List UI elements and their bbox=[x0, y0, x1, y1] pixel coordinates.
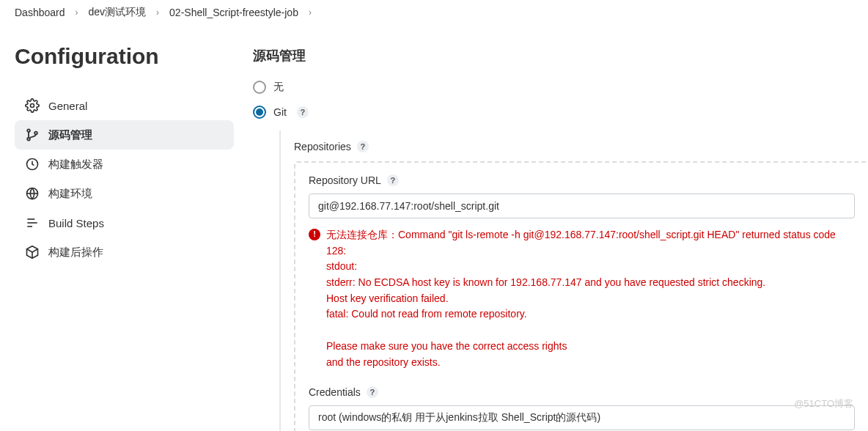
sidebar-item-build-steps[interactable]: Build Steps bbox=[15, 208, 234, 237]
radio-label: 无 bbox=[273, 81, 284, 94]
help-icon[interactable]: ? bbox=[387, 174, 399, 186]
svg-point-1 bbox=[27, 129, 30, 132]
sidebar-item-post-build[interactable]: 构建后操作 bbox=[15, 237, 234, 267]
error-message: ! 无法连接仓库：Command "git ls-remote -h git@1… bbox=[309, 227, 855, 370]
breadcrumb-item[interactable]: Dashboard bbox=[15, 7, 65, 18]
help-icon[interactable]: ? bbox=[367, 386, 378, 398]
chevron-right-icon: › bbox=[76, 7, 78, 18]
credentials-select[interactable] bbox=[309, 405, 855, 430]
sidebar-item-scm[interactable]: 源码管理 bbox=[15, 120, 234, 150]
radio-icon bbox=[253, 106, 266, 119]
page-title: Configuration bbox=[15, 44, 234, 69]
sidebar-item-label: 构建环境 bbox=[48, 187, 92, 201]
sidebar-item-env[interactable]: 构建环境 bbox=[15, 179, 234, 208]
sidebar-item-triggers[interactable]: 构建触发器 bbox=[15, 150, 234, 179]
breadcrumb-item[interactable]: 02-Shell_Script-freestyle-job bbox=[169, 7, 298, 18]
sidebar-item-label: General bbox=[48, 100, 87, 112]
radio-label: Git bbox=[273, 106, 287, 118]
repo-url-label: Repository URL ? bbox=[309, 174, 855, 186]
section-title: 源码管理 bbox=[253, 47, 868, 65]
package-icon bbox=[25, 245, 40, 259]
watermark: @51CTO博客 bbox=[794, 397, 853, 410]
svg-point-0 bbox=[31, 104, 34, 108]
clock-icon bbox=[25, 157, 40, 172]
help-icon[interactable]: ? bbox=[297, 106, 309, 118]
sidebar-item-label: 源码管理 bbox=[48, 128, 92, 142]
breadcrumb-item[interactable]: dev测试环境 bbox=[89, 6, 147, 19]
chevron-right-icon: › bbox=[309, 7, 312, 18]
credentials-label: Credentials ? bbox=[309, 386, 855, 398]
breadcrumb: Dashboard › dev测试环境 › 02-Shell_Script-fr… bbox=[0, 0, 868, 25]
repo-url-input[interactable] bbox=[309, 194, 855, 218]
svg-point-2 bbox=[27, 138, 30, 141]
error-icon: ! bbox=[309, 229, 320, 240]
sidebar-item-label: 构建后操作 bbox=[48, 246, 103, 259]
chevron-right-icon: › bbox=[156, 7, 159, 18]
globe-icon bbox=[25, 186, 40, 201]
repositories-label: Repositories ? bbox=[281, 130, 868, 154]
repository-block: Repository URL ? ! 无法连接仓库：Command "git l… bbox=[294, 161, 868, 431]
branch-icon bbox=[25, 128, 40, 142]
sidebar-item-label: Build Steps bbox=[48, 217, 104, 229]
sidebar-item-label: 构建触发器 bbox=[48, 158, 103, 172]
steps-icon bbox=[25, 216, 40, 230]
error-text: 无法连接仓库：Command "git ls-remote -h git@192… bbox=[326, 227, 855, 370]
radio-icon bbox=[253, 81, 266, 94]
sidebar-item-general[interactable]: General bbox=[15, 91, 234, 120]
scm-option-git[interactable]: Git ? bbox=[253, 106, 868, 119]
help-icon[interactable]: ? bbox=[357, 141, 369, 152]
svg-point-3 bbox=[34, 132, 37, 135]
gear-icon bbox=[25, 98, 40, 113]
scm-option-none[interactable]: 无 bbox=[253, 81, 868, 94]
